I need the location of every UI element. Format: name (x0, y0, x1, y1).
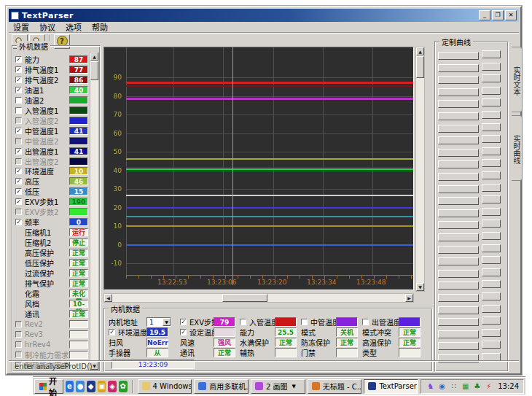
curve-slot-wide[interactable] (438, 282, 479, 290)
tab-realtime-text[interactable]: 实时文本 (512, 47, 523, 112)
checkbox[interactable]: ✓ (109, 329, 115, 335)
curve-slot-wide[interactable] (438, 246, 479, 254)
curve-slot-narrow[interactable] (482, 87, 501, 95)
checkbox[interactable]: ✓ (15, 56, 22, 63)
close-button[interactable]: ✕ (505, 10, 517, 20)
curve-slot-wide[interactable] (438, 64, 479, 72)
curve-slot-wide[interactable] (438, 294, 479, 302)
curve-slot-narrow[interactable] (482, 195, 501, 203)
tray-net-icon[interactable]: ▦ (461, 381, 470, 391)
title-bar[interactable]: TextParser _ ❐ ✕ (9, 9, 519, 22)
curve-slot-narrow[interactable] (482, 292, 501, 300)
curve-slot-wide[interactable] (438, 88, 479, 96)
curve-slot-narrow[interactable] (482, 268, 501, 276)
checkbox[interactable]: ✓ (15, 77, 22, 83)
browser-icon[interactable]: ● (76, 381, 85, 392)
curve-slot-wide[interactable] (438, 112, 479, 120)
curve-slot-wide[interactable] (438, 52, 479, 60)
tray-messenger-icon[interactable]: ◉ (437, 381, 447, 391)
chart-cursor[interactable] (232, 47, 233, 285)
checkbox[interactable] (15, 341, 22, 348)
notes-icon[interactable]: ▣ (98, 381, 106, 392)
curve-slot-wide[interactable] (438, 221, 479, 229)
curve-slot-narrow[interactable] (482, 135, 501, 143)
curve-slot-wide[interactable] (438, 160, 479, 168)
curve-slot-narrow[interactable] (482, 159, 501, 167)
curve-slot-narrow[interactable] (482, 123, 501, 131)
curve-slot-wide[interactable] (438, 306, 479, 314)
curve-slot-wide[interactable] (438, 209, 479, 217)
curve-slot-narrow[interactable] (482, 74, 501, 82)
curve-slot-narrow[interactable] (482, 341, 501, 349)
chevron-down-icon[interactable]: ▼ (163, 318, 171, 326)
tray-green-icon[interactable]: ♣ (472, 381, 482, 391)
curve-slot-wide[interactable] (438, 173, 479, 181)
checkbox[interactable] (15, 97, 22, 104)
task-button[interactable]: 商用多联机... (194, 379, 249, 394)
curve-slot-wide[interactable] (438, 149, 479, 157)
checkbox[interactable]: ✓ (15, 148, 22, 155)
curve-slot-narrow[interactable] (482, 220, 501, 228)
scroll-up-icon[interactable]: ▲ (90, 53, 98, 61)
checkbox[interactable]: ✓ (15, 198, 22, 205)
checkbox[interactable] (15, 117, 22, 124)
checkbox[interactable] (15, 107, 22, 114)
curve-slot-narrow[interactable] (482, 98, 501, 106)
curve-slot-narrow[interactable] (482, 280, 501, 288)
scroll-left-icon[interactable]: ◀ (104, 294, 112, 302)
checkbox[interactable] (15, 138, 22, 144)
curve-slot-narrow[interactable] (482, 208, 501, 216)
task-button[interactable]: 4 Windows...▼ (138, 379, 192, 394)
curve-slot-wide[interactable] (438, 257, 479, 265)
curve-slot-wide[interactable] (438, 330, 479, 338)
menu-help[interactable]: 帮助 (92, 21, 108, 33)
curve-slot-narrow[interactable] (482, 256, 501, 264)
checkbox[interactable]: ✓ (15, 219, 22, 225)
curve-slot-wide[interactable] (438, 100, 479, 108)
chart-vscroll-thumb[interactable] (416, 56, 424, 78)
menu-options[interactable]: 选项 (66, 21, 82, 33)
curve-slot-wide[interactable] (438, 136, 479, 144)
task-button[interactable]: 无标题 - C... (308, 379, 362, 394)
chart-vertical-scrollbar[interactable]: ▲ ▼ (415, 47, 425, 292)
checkbox[interactable]: ✓ (180, 329, 187, 335)
menu-protocol[interactable]: 协议 (39, 21, 55, 33)
curve-slot-wide[interactable] (438, 318, 479, 326)
curve-slot-narrow[interactable] (482, 329, 501, 337)
curve-slot-wide[interactable] (438, 233, 479, 241)
task-button[interactable]: 2 画图▼ (251, 379, 305, 394)
scroll-down-icon[interactable]: ▼ (416, 283, 424, 291)
checkbox[interactable] (15, 321, 22, 327)
checkbox[interactable]: ✓ (15, 66, 22, 73)
curve-slot-narrow[interactable] (482, 171, 501, 179)
checkbox[interactable]: ✓ (15, 168, 22, 174)
tray-swirl-icon[interactable]: ♞ (426, 381, 435, 391)
checkbox[interactable] (362, 319, 369, 325)
trend-chart[interactable]: 9080706050403020100-1013:22:5313:23:0613… (103, 47, 414, 290)
checkbox[interactable]: ✓ (15, 87, 22, 93)
curve-slot-narrow[interactable] (482, 305, 501, 313)
task-button[interactable]: TextParser (364, 379, 418, 394)
unit-address-dropdown[interactable]: 1▼ (146, 317, 171, 327)
checkbox[interactable] (15, 209, 22, 215)
chart-horizontal-scrollbar[interactable]: ◀ ▶ (103, 293, 414, 303)
chart-hscroll-thumb[interactable] (222, 294, 267, 302)
checkbox[interactable]: ✓ (15, 128, 22, 134)
tray-dots-icon[interactable]: ∷ (449, 381, 458, 391)
checkbox[interactable]: ✓ (15, 178, 22, 185)
checkbox[interactable] (240, 319, 246, 325)
start-button[interactable]: 开始 (34, 379, 63, 394)
minimize-button[interactable]: _ (479, 10, 490, 20)
sidebar-scrollbar[interactable]: ▲ ▼ (90, 52, 99, 370)
checkbox[interactable] (301, 319, 308, 325)
curve-slot-narrow[interactable] (482, 111, 501, 119)
checkbox[interactable]: ✓ (180, 319, 187, 325)
restore-button[interactable]: ❐ (492, 10, 504, 20)
curve-slot-wide[interactable] (438, 270, 479, 278)
curve-slot-wide[interactable] (438, 76, 479, 84)
checkbox[interactable]: ✓ (15, 188, 22, 195)
curve-slot-narrow[interactable] (482, 147, 501, 155)
curve-slot-wide[interactable] (438, 197, 479, 205)
checkbox[interactable] (15, 352, 22, 358)
curve-slot-narrow[interactable] (482, 232, 501, 240)
